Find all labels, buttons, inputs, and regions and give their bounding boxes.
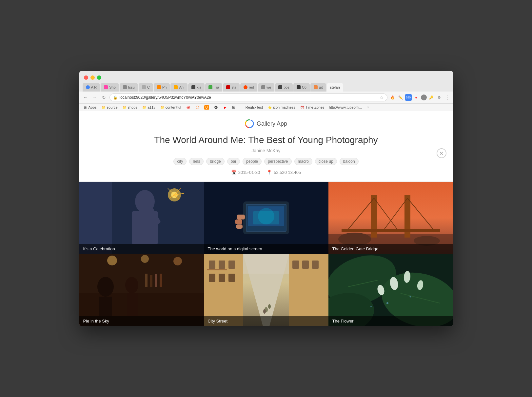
tab-active[interactable]: stefan (327, 83, 343, 92)
maximize-window-btn[interactable] (97, 75, 101, 80)
bookmark-timezones[interactable]: ⏰ Time Zones (299, 105, 325, 110)
svg-rect-26 (328, 182, 453, 254)
tab-7[interactable]: xia (188, 83, 205, 92)
tab-8[interactable]: Tra (205, 83, 222, 92)
photo-flower[interactable]: The Flower (328, 254, 453, 326)
svg-rect-22 (246, 205, 286, 231)
svg-point-77 (403, 271, 411, 283)
more-bookmarks-icon[interactable]: » (367, 105, 369, 110)
bookmark-ms[interactable]: ⊞ (231, 105, 236, 110)
svg-rect-18 (246, 204, 286, 232)
tab-sta[interactable]: sta (223, 83, 240, 92)
svg-rect-5 (112, 182, 204, 254)
reload-button[interactable]: ↻ (100, 94, 108, 101)
tag-baloon[interactable]: baloon (340, 158, 359, 165)
tab-git[interactable]: git (310, 83, 326, 92)
tag-closeup[interactable]: close up (315, 158, 337, 165)
svg-point-47 (97, 277, 114, 297)
browser-window: A R Sho Issu C Ph Ani (79, 71, 453, 326)
tab-4[interactable]: C (139, 83, 153, 92)
ext-5[interactable]: 🔑 (428, 94, 435, 101)
tab-5[interactable]: Ph (154, 83, 170, 92)
caption-text-bar: Pie in the Sky (83, 319, 109, 324)
ext-4[interactable] (421, 94, 427, 100)
photo-digital[interactable]: The world on a digital screen (204, 182, 328, 254)
photo-celebration-svg (79, 182, 204, 254)
tag-lens[interactable]: lens (189, 158, 204, 165)
forward-button[interactable]: → (91, 94, 98, 101)
back-button[interactable]: ← (82, 94, 89, 101)
svg-line-32 (384, 198, 407, 229)
svg-point-72 (375, 264, 453, 326)
svg-point-39 (107, 256, 117, 265)
bookmark-tube[interactable]: http://www.tubeoffli... (328, 105, 363, 110)
author-name: Janine McKay (252, 148, 281, 153)
bookmark-shops[interactable]: 📁 shops (121, 105, 138, 110)
svg-rect-20 (235, 219, 242, 224)
bookmark-regextest[interactable]: RegExTest (239, 105, 264, 110)
tag-bridge[interactable]: bridge (206, 158, 224, 165)
ext-badge[interactable]: 280 (405, 94, 412, 101)
bookmark-iconmadness[interactable]: ⭐ icon madness (266, 105, 296, 110)
bookmark-source[interactable]: 📁 source (100, 105, 119, 110)
close-button[interactable]: ✕ (437, 148, 446, 158)
photo-bar[interactable]: Pie in the Sky (79, 254, 204, 326)
ext-3[interactable]: ● (413, 94, 420, 101)
svg-rect-52 (204, 254, 243, 326)
tab-drive[interactable]: A R (83, 83, 100, 92)
svg-rect-17 (243, 201, 289, 234)
tab-co[interactable]: Co (293, 83, 310, 92)
address-bar[interactable]: 🔒 localhost:9020/gallery/54O5P32wmcY0wiA… (109, 94, 387, 101)
tag-city[interactable]: city (173, 158, 187, 165)
bookmark-contentful[interactable]: 📁 contentful (159, 105, 182, 110)
tab-6[interactable]: Ani (170, 83, 187, 92)
tag-perspective[interactable]: perspective (264, 158, 291, 165)
photo-caption-bar: Pie in the Sky (79, 316, 204, 326)
calendar-icon: 📅 (231, 170, 237, 175)
svg-rect-54 (219, 261, 225, 269)
tab-pos[interactable]: pos (275, 83, 293, 92)
svg-rect-53 (209, 261, 215, 269)
ext-6[interactable]: ⚙ (436, 94, 443, 101)
svg-rect-58 (228, 274, 235, 282)
bookmark-hex[interactable]: ⬡ (194, 105, 201, 110)
svg-line-11 (174, 188, 181, 195)
tab-red[interactable]: red (240, 83, 257, 92)
svg-rect-55 (228, 261, 235, 269)
bookmark-github[interactable]: 🐙 (185, 105, 191, 110)
date-meta: 📅 2015-01-30 (231, 170, 260, 175)
tab-we[interactable]: we (258, 83, 274, 92)
svg-rect-19 (237, 215, 245, 219)
bookmark-a11y[interactable]: 📁 a11y (141, 105, 156, 110)
bookmark-various[interactable]: 🅐 (213, 105, 219, 110)
photo-street[interactable]: City Street (204, 254, 328, 326)
tag-bar[interactable]: bar (227, 158, 240, 165)
app-name: Gallery App (257, 120, 287, 127)
close-window-btn[interactable] (84, 75, 88, 80)
svg-point-35 (338, 233, 371, 246)
bookmark-apps[interactable]: ⊞ Apps (82, 105, 98, 110)
minimize-window-btn[interactable] (90, 75, 95, 80)
photo-caption-street: City Street (204, 316, 328, 326)
svg-line-12 (174, 193, 184, 195)
bookmark-youtube[interactable]: ▶ (222, 105, 228, 110)
browser-toolbar: ← → ↻ 🔒 localhost:9020/gallery/54O5P32wm… (79, 92, 453, 104)
bookmarks-bar: ⊞ Apps 📁 source 📁 shops 📁 a11y 📁 content… (79, 104, 453, 111)
photo-bridge[interactable]: The Golden Gate Bridge (328, 182, 453, 254)
bookmark-star-icon[interactable]: ☆ (380, 95, 384, 100)
svg-point-10 (171, 192, 178, 198)
tag-people[interactable]: people (243, 158, 262, 165)
ext-2[interactable]: ✏️ (397, 94, 404, 101)
tab-2[interactable]: Sho (101, 83, 119, 92)
photo-celebration[interactable]: It's a Celebration (79, 182, 204, 254)
more-button[interactable]: ⋮ (444, 94, 450, 101)
svg-point-40 (141, 255, 149, 263)
tab-3[interactable]: Issu (120, 83, 138, 92)
ext-1[interactable]: 🔥 (389, 94, 396, 101)
bookmark-a11y-label: a11y (148, 105, 155, 109)
bookmark-u[interactable]: U (203, 105, 210, 110)
svg-line-13 (174, 195, 179, 200)
svg-rect-23 (248, 206, 284, 226)
svg-line-75 (401, 293, 440, 303)
tag-macro[interactable]: macro (294, 158, 312, 165)
